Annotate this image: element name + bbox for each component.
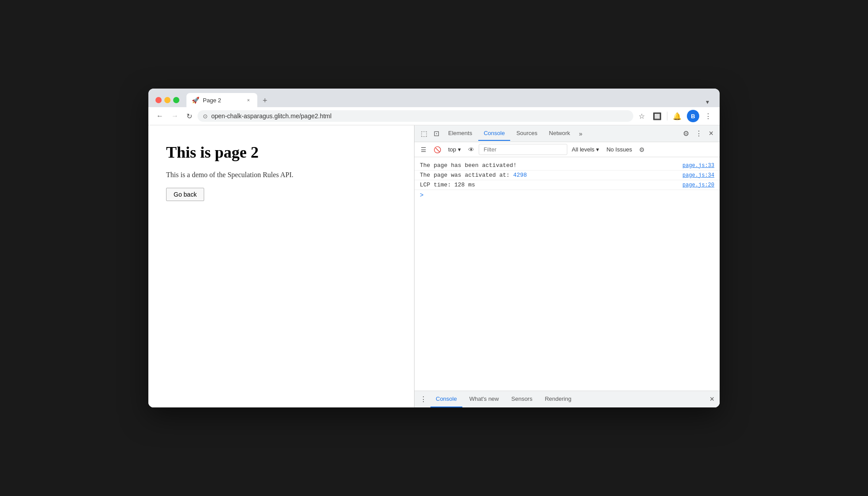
tab-network[interactable]: Network xyxy=(544,126,576,141)
page-description: This is a demo of the Speculation Rules … xyxy=(166,171,396,179)
maximize-window-button[interactable] xyxy=(173,97,179,103)
levels-label: All levels xyxy=(572,146,594,153)
console-sidebar-button[interactable]: ☰ xyxy=(418,144,429,155)
console-log-1: The page has been activated! page.js:33 xyxy=(415,161,720,170)
console-clear-button[interactable]: 🚫 xyxy=(431,144,444,155)
traffic-lights xyxy=(155,97,179,103)
tab-console[interactable]: Console xyxy=(478,126,510,141)
devtools-device-icon[interactable]: ⊡ xyxy=(431,126,442,141)
profile-avatar[interactable]: B xyxy=(687,110,699,122)
no-issues-badge: No Issues xyxy=(604,144,635,155)
close-window-button[interactable] xyxy=(155,97,162,103)
console-eye-button[interactable]: 👁 xyxy=(465,144,477,155)
devtools-options-button[interactable]: ⋮ xyxy=(693,126,705,141)
tab-close-button[interactable]: × xyxy=(245,97,252,104)
browser-window: 🚀 Page 2 × + ▾ ← → ↻ ⊙ ☆ 🔲 🔔 B ⋮ xyxy=(148,89,720,407)
context-dropdown-icon: ▾ xyxy=(458,146,461,153)
console-log-text-3: LCP time: 128 ms xyxy=(420,182,475,188)
more-tabs-button[interactable]: » xyxy=(576,127,585,141)
separator xyxy=(667,112,667,120)
forward-button[interactable]: → xyxy=(169,110,181,122)
tab-dropdown-button[interactable]: ▾ xyxy=(702,97,713,107)
content-area: This is page 2 This is a demo of the Spe… xyxy=(148,125,720,407)
console-toolbar: ☰ 🚫 top ▾ 👁 All levels ▾ No Issues ⚙ xyxy=(415,142,720,157)
reload-button[interactable]: ↻ xyxy=(184,110,195,122)
devtools-panel: ⬚ ⊡ Elements Console Sources Network » ⚙… xyxy=(414,125,720,407)
tab-elements[interactable]: Elements xyxy=(443,126,477,141)
drawer-more-button[interactable]: ⋮ xyxy=(418,391,429,407)
address-bar-container[interactable]: ⊙ xyxy=(198,110,633,122)
devtools-settings-button[interactable]: ⚙ xyxy=(680,126,692,141)
go-back-button[interactable]: Go back xyxy=(166,188,204,201)
address-bar[interactable] xyxy=(211,112,628,120)
console-prompt[interactable]: > xyxy=(415,190,720,201)
console-log-text-1: The page has been activated! xyxy=(420,162,516,169)
new-tab-button[interactable]: + xyxy=(259,94,271,107)
tab-title: Page 2 xyxy=(203,97,241,104)
active-tab[interactable]: 🚀 Page 2 × xyxy=(186,93,257,107)
levels-selector-button[interactable]: All levels ▾ xyxy=(569,144,602,155)
console-log-text-2a: The page was activated at: xyxy=(420,172,513,178)
context-label: top xyxy=(448,146,456,153)
console-log-2: The page was activated at: 4298 page.js:… xyxy=(415,170,720,180)
devtools-tabs: ⬚ ⊡ Elements Console Sources Network » ⚙… xyxy=(415,125,720,142)
chrome-menu-button[interactable]: ⋮ xyxy=(702,110,714,122)
console-log-number-2: 4298 xyxy=(513,172,527,178)
minimize-window-button[interactable] xyxy=(164,97,170,103)
page-heading: This is page 2 xyxy=(166,143,396,162)
tab-bar: 🚀 Page 2 × + ▾ xyxy=(186,93,713,107)
console-filter-input[interactable] xyxy=(479,144,567,155)
title-bar: 🚀 Page 2 × + ▾ xyxy=(148,89,720,107)
console-log-text-2: The page was activated at: 4298 xyxy=(420,172,527,178)
nav-bar: ← → ↻ ⊙ ☆ 🔲 🔔 B ⋮ xyxy=(148,107,720,125)
drawer-tab-sensors[interactable]: Sensors xyxy=(506,391,538,407)
drawer-tab-whatsnew[interactable]: What's new xyxy=(464,391,504,407)
console-prompt-arrow-icon: > xyxy=(420,192,423,199)
address-bar-icon: ⊙ xyxy=(203,113,208,120)
notifications-button[interactable]: 🔔 xyxy=(670,110,684,122)
console-log-link-3[interactable]: page.js:20 xyxy=(682,182,714,188)
back-button[interactable]: ← xyxy=(154,110,166,122)
page-content: This is page 2 This is a demo of the Spe… xyxy=(148,125,414,407)
devtools-inspect-icon[interactable]: ⬚ xyxy=(418,126,430,141)
drawer-tab-console[interactable]: Console xyxy=(430,391,462,407)
context-selector-button[interactable]: top ▾ xyxy=(446,144,464,155)
devtools-close-button[interactable]: × xyxy=(706,125,716,142)
drawer-tab-rendering[interactable]: Rendering xyxy=(539,391,577,407)
tab-sources[interactable]: Sources xyxy=(511,126,543,141)
devtools-drawer: ⋮ Console What's new Sensors Rendering × xyxy=(415,391,720,407)
console-output: The page has been activated! page.js:33 … xyxy=(415,157,720,391)
extension-button[interactable]: 🔲 xyxy=(650,110,664,122)
console-log-3: LCP time: 128 ms page.js:20 xyxy=(415,180,720,190)
nav-actions: ☆ 🔲 🔔 B ⋮ xyxy=(636,110,714,122)
drawer-close-button[interactable]: × xyxy=(708,391,716,407)
levels-dropdown-icon: ▾ xyxy=(596,146,599,153)
bookmark-button[interactable]: ☆ xyxy=(636,110,647,122)
console-gear-button[interactable]: ⚙ xyxy=(636,144,647,155)
console-log-link-1[interactable]: page.js:33 xyxy=(682,163,714,169)
console-log-link-2[interactable]: page.js:34 xyxy=(682,172,714,178)
tab-favicon-icon: 🚀 xyxy=(192,97,199,104)
